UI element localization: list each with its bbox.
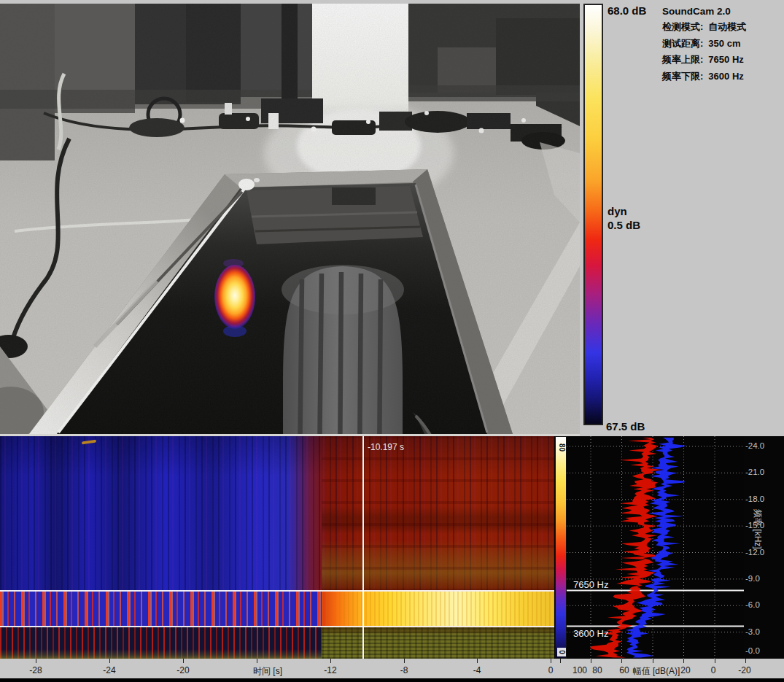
freq-tick-label-7: -3.0 [745, 627, 760, 636]
time-tick-label-6: 0 [548, 665, 554, 675]
lower-band-line [0, 626, 554, 627]
colorbar-max-label: 68.0 dB [608, 4, 646, 17]
db-tick-3 [653, 659, 653, 663]
db-tick-label-3: 20 [680, 665, 690, 675]
time-tick-3 [257, 659, 257, 663]
time-tick-2 [183, 659, 184, 663]
upper-band-line [0, 590, 554, 592]
db-tick-2 [621, 659, 622, 663]
freq-tick-label-2: -18.0 [745, 495, 764, 503]
camera-scene [0, 4, 580, 434]
time-tick-label-4: -8 [400, 665, 408, 675]
time-tick-label-2: -20 [176, 665, 189, 675]
time-tick-5 [404, 659, 405, 663]
db-tick-5 [715, 659, 715, 663]
side-panel: 68.0 dB dyn 0.5 dB 67.5 dB SoundCam 2.0 … [580, 0, 784, 436]
info-label: 频率上限: [662, 54, 703, 65]
spectrogram-bottom-left [0, 627, 322, 659]
colorbar-dyn-value: 0.5 dB [608, 219, 640, 231]
film-grain [0, 4, 580, 434]
time-tick-label-3: -12 [324, 665, 336, 675]
analysis-section: -10.197 s 80 0 7650 Hz 3600 Hz -24.0-21.… [0, 436, 784, 678]
time-tick-label-0: -28 [29, 665, 42, 675]
time-cursor-label: -10.197 s [368, 442, 404, 452]
camera-view[interactable] [0, 4, 580, 434]
info-line-2: 频率上限:7650 Hz [662, 53, 783, 66]
frequency-axis-title: 频率 [kHz] [751, 509, 764, 524]
db-tick-label-5: -20 [738, 665, 750, 675]
lower-band-label: 3600 Hz [573, 628, 608, 639]
app-title: SoundCam 2.0 [662, 6, 783, 17]
info-value: 7650 Hz [708, 54, 743, 65]
spectrogram-colorbar-max: 80 [558, 443, 566, 453]
upper-band-label: 7650 Hz [573, 579, 608, 590]
db-tick-0 [560, 659, 561, 663]
db-tick-4 [683, 659, 684, 663]
db-tick-label-1: 80 [592, 665, 602, 675]
freq-tick-label-5: -9.0 [745, 574, 760, 583]
freq-tick-label-0: -24.0 [745, 441, 764, 450]
frequency-axis: -24.0-21.0-18.0-15.0-12.0-9.0-6.0-3.0-0.… [744, 436, 784, 659]
info-line-1: 测试距离:350 cm [662, 37, 783, 50]
time-tick-1 [109, 659, 110, 663]
info-lines: 检测模式:自动模式测试距离:350 cm频率上限:7650 Hz频率下限:360… [662, 20, 783, 83]
info-value: 自动模式 [708, 21, 746, 32]
spectrogram-band-right [322, 592, 554, 626]
colorbar-min-label: 67.5 dB [606, 420, 645, 433]
time-tick-label-1: -24 [103, 665, 115, 675]
info-label: 检测模式: [662, 21, 703, 32]
db-tick-label-2: 60 [619, 665, 629, 675]
time-axis-title: 时间 [s] [253, 665, 282, 678]
time-cursor[interactable] [362, 436, 364, 659]
time-tick-7 [551, 659, 551, 663]
info-value: 3600 Hz [708, 71, 743, 82]
spectrogram-spark [82, 440, 96, 445]
time-tick-0 [36, 659, 36, 663]
axis-strip: 时间 [s] 幅值 [dB(A)] -28-24-20-12-8-4010080… [0, 659, 784, 678]
spectrum-plot [567, 436, 744, 659]
db-tick-label-4: 0 [711, 665, 716, 675]
spectrogram-colorbar-min: 0 [557, 648, 566, 656]
info-line-0: 检测模式:自动模式 [662, 20, 783, 34]
spectrum-trace-red [590, 438, 661, 657]
info-label: 频率下限: [662, 71, 703, 82]
db-tick-6 [745, 659, 746, 663]
spectrogram-colorbar: 80 0 [555, 436, 567, 659]
spectrogram-bottom-right [322, 627, 554, 659]
freq-tick-label-6: -6.0 [745, 600, 760, 609]
time-tick-4 [330, 659, 331, 663]
info-value: 350 cm [708, 38, 740, 49]
freq-tick-label-8: -0.0 [745, 646, 760, 655]
time-tick-6 [477, 659, 478, 663]
spectrogram-band-left [0, 592, 322, 626]
db-axis-title: 幅值 [dB(A)] [633, 665, 680, 678]
info-block: SoundCam 2.0 检测模式:自动模式测试距离:350 cm频率上限:76… [662, 6, 783, 86]
spectrum-panel: 7650 Hz 3600 Hz [567, 436, 744, 659]
info-line-3: 频率下限:3600 Hz [662, 70, 783, 83]
freq-tick-label-1: -21.0 [745, 468, 764, 476]
info-label: 测试距离: [662, 38, 703, 49]
time-tick-label-5: -4 [473, 665, 481, 675]
spectrogram[interactable]: -10.197 s [0, 436, 554, 659]
db-tick-1 [591, 659, 591, 663]
db-tick-label-0: 100 [573, 665, 587, 675]
colorbar-dyn-label: dyn [608, 205, 627, 217]
spectrogram-texture [322, 436, 554, 592]
db-colorbar [583, 4, 603, 425]
